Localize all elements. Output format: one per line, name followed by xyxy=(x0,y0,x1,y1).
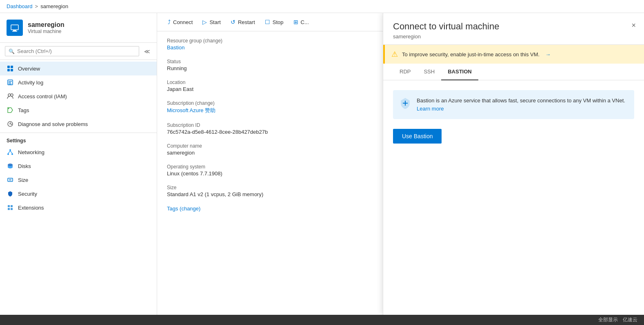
breadcrumb-separator: > xyxy=(35,3,38,9)
sidebar-item-security[interactable]: Security xyxy=(0,187,157,201)
bastion-info-text: Bastion is an Azure service that allows … xyxy=(417,97,628,113)
tags-change-link[interactable]: Tags (change) xyxy=(167,206,200,212)
sidebar-item-size[interactable]: Size xyxy=(0,173,157,187)
subscription-id-label: Subscription ID xyxy=(167,122,373,128)
connect-label: Connect xyxy=(173,19,193,25)
location-row: Location Japan East xyxy=(167,80,373,92)
use-bastion-button[interactable]: Use Bastion xyxy=(393,129,442,144)
svg-rect-9 xyxy=(9,82,11,83)
tab-ssh[interactable]: SSH xyxy=(417,64,441,80)
subscription-id-value: 76c5742a-d5e8-4612-8cee-28b427deb27b xyxy=(167,129,373,135)
svg-rect-4 xyxy=(11,66,13,68)
sidebar-item-access-control[interactable]: Access control (IAM) xyxy=(0,89,157,103)
computer-name-value: sameregion xyxy=(167,150,373,156)
svg-rect-3 xyxy=(7,66,10,68)
sidebar-item-tags[interactable]: Tags xyxy=(0,103,157,117)
computer-name-label: Computer name xyxy=(167,143,373,149)
svg-rect-25 xyxy=(9,179,11,181)
tags-label: Tags xyxy=(18,107,29,113)
panel-content: Bastion is an Azure service that allows … xyxy=(383,80,644,315)
learn-more-link[interactable]: Learn more xyxy=(417,106,444,112)
connect-button[interactable]: ⤴ Connect xyxy=(164,16,197,28)
capture-icon: ⊞ xyxy=(293,19,298,25)
restart-label: Restart xyxy=(238,19,255,25)
security-label: Security xyxy=(18,191,37,197)
access-control-label: Access control (IAM) xyxy=(18,93,67,99)
location-label: Location xyxy=(167,80,373,85)
settings-section: Settings xyxy=(0,133,157,145)
dashboard-link[interactable]: Dashboard xyxy=(7,3,33,9)
stop-icon: ☐ xyxy=(265,19,270,25)
tab-rdp[interactable]: RDP xyxy=(393,64,417,80)
svg-point-11 xyxy=(8,94,11,96)
collapse-button[interactable]: ≪ xyxy=(142,47,152,55)
diagnose-label: Diagnose and solve problems xyxy=(18,121,88,127)
capture-label: C... xyxy=(301,19,309,25)
sidebar-item-networking[interactable]: Networking xyxy=(0,145,157,159)
size-icon xyxy=(7,176,14,184)
sidebar-item-overview[interactable]: Overview xyxy=(0,62,157,75)
tags-link: Tags (change) xyxy=(167,206,373,212)
os-label: Operating system xyxy=(167,164,373,170)
svg-point-13 xyxy=(8,108,9,109)
vm-name: sameregion xyxy=(28,21,64,29)
sidebar-item-diagnose[interactable]: Diagnose and solve problems xyxy=(0,117,157,131)
capture-button[interactable]: ⊞ C... xyxy=(289,16,313,28)
subscription-value: Microsoft Azure 赞助 xyxy=(167,107,373,114)
vm-header: sameregion Virtual machine xyxy=(0,13,157,43)
disks-label: Disks xyxy=(18,163,31,169)
sidebar-item-activity-log[interactable]: Activity log xyxy=(0,75,157,89)
bastion-icon xyxy=(400,97,411,111)
tab-bastion[interactable]: BASTION xyxy=(441,64,478,80)
overview-icon xyxy=(7,65,14,72)
bottom-link-2[interactable]: 亿速云 xyxy=(623,316,637,323)
warning-text: To improve security, enable just-in-time… xyxy=(402,51,540,57)
resource-group-link[interactable]: Bastion xyxy=(167,44,184,51)
resource-group-value: Bastion xyxy=(167,44,373,51)
sidebar-item-extensions[interactable]: Extensions xyxy=(0,201,157,214)
panel-header-wrap: Connect to virtual machine sameregion × xyxy=(383,13,644,45)
svg-rect-10 xyxy=(9,84,11,84)
search-input[interactable] xyxy=(17,48,135,54)
activity-log-label: Activity log xyxy=(18,80,43,86)
warning-arrow-link[interactable]: → xyxy=(545,51,551,57)
location-value: Japan East xyxy=(167,86,373,92)
subscription-row: Subscription (change) Microsoft Azure 赞助 xyxy=(167,100,373,114)
panel-tabs: RDP SSH BASTION xyxy=(383,64,644,80)
svg-rect-8 xyxy=(9,81,12,82)
size-label: Size xyxy=(167,185,373,190)
sidebar-item-disks[interactable]: Disks xyxy=(0,159,157,173)
svg-line-19 xyxy=(8,151,10,153)
vm-details: Resource group (change) Bastion Status R… xyxy=(157,31,383,315)
svg-rect-0 xyxy=(11,25,18,30)
warning-banner: ⚠ To improve security, enable just-in-ti… xyxy=(383,45,644,64)
search-input-wrap[interactable]: 🔍 xyxy=(5,46,139,56)
panel-header: Connect to virtual machine sameregion xyxy=(383,13,644,45)
subscription-id-row: Subscription ID 76c5742a-d5e8-4612-8cee-… xyxy=(167,122,373,135)
panel-title: Connect to virtual machine xyxy=(393,21,634,32)
start-label: Start xyxy=(209,19,220,25)
svg-rect-28 xyxy=(8,208,10,210)
nav-list-wrapper: Overview Activity log xyxy=(0,60,157,315)
connect-icon: ⤴ xyxy=(168,19,171,25)
warning-icon: ⚠ xyxy=(391,50,398,59)
overview-label: Overview xyxy=(18,66,40,72)
svg-point-23 xyxy=(8,166,13,168)
sidebar: sameregion Virtual machine 🔍 ≪ Overview xyxy=(0,13,157,315)
diagnose-icon xyxy=(7,120,14,128)
svg-rect-5 xyxy=(7,69,10,71)
size-label: Size xyxy=(18,177,28,183)
svg-line-20 xyxy=(10,151,12,153)
start-button[interactable]: ▷ Start xyxy=(198,16,224,28)
close-panel-button[interactable]: × xyxy=(630,20,637,31)
svg-rect-26 xyxy=(8,205,10,207)
tags-row: Tags (change) xyxy=(167,206,373,212)
stop-label: Stop xyxy=(273,19,284,25)
subscription-link[interactable]: Microsoft Azure 赞助 xyxy=(167,107,215,113)
restart-button[interactable]: ↺ Restart xyxy=(227,16,259,28)
stop-button[interactable]: ☐ Stop xyxy=(261,16,288,28)
bottom-link-1[interactable]: 全部显示 xyxy=(598,316,618,323)
networking-icon xyxy=(7,148,14,156)
content-area: ⤴ Connect ▷ Start ↺ Restart ☐ Stop ⊞ C..… xyxy=(157,13,383,315)
status-value: Running xyxy=(167,65,373,71)
